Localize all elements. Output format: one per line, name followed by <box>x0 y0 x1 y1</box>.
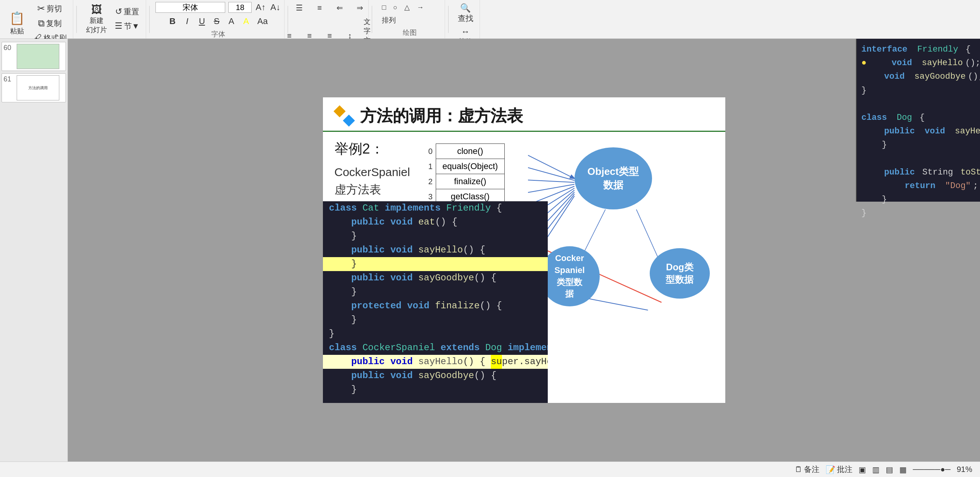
slide-content: 方法的调用：虚方法表 举例2： CockerSpaniel 虚方法表 0clon… <box>68 39 980 461</box>
right-panel: interface Friendly { ● void sayHello(); … <box>856 39 980 202</box>
rp-line-6: public void sayHello() { <box>861 124 975 138</box>
code-line-12-highlighted: public void sayHello() { super.sayHello(… <box>323 355 548 369</box>
diagram-area: Object类型 数据 CockerSpaniel类型数据 Dog类 型数据 <box>528 136 714 345</box>
code-line-4: public void sayHello() { <box>323 243 548 257</box>
shape-arrow[interactable]: → <box>414 2 427 13</box>
svg-line-1 <box>528 168 575 180</box>
object-oval: Object类型 数据 <box>575 147 652 209</box>
shape-tri[interactable]: △ <box>401 2 413 13</box>
rp-line-2: ● void sayHello(); <box>861 56 975 70</box>
copy-button[interactable]: ⧉ 复制 <box>29 16 70 30</box>
clipboard-section: 📋 粘贴 ✂ 剪切 ⧉ 复制 🖌 格式刷 剪贴板 <box>3 0 73 38</box>
rp-line-1: interface Friendly { <box>861 43 975 56</box>
slide-thumb-61[interactable]: 61 方法的调用 <box>2 73 66 102</box>
view-reader-button[interactable]: ▥ <box>872 465 880 474</box>
status-bar: 🗒 备注 📝 批注 ▣ ▥ ▤ ▦ ─────●─ 91% <box>0 461 980 477</box>
font-size-down[interactable]: A↓ <box>269 2 281 13</box>
code-line-11: class CockerSpaniel extends Dog implemen… <box>323 341 548 355</box>
find-button[interactable]: 🔍 查找 <box>455 2 476 25</box>
new-slide-button[interactable]: 🖼 新建 幻灯片 <box>83 2 110 36</box>
code-line-6: public void sayGoodbye() { <box>323 271 548 285</box>
slides-section: 🖼 新建 幻灯片 ↺重置 ☰节▼ 幻灯片 <box>80 0 146 38</box>
underline-button[interactable]: U <box>195 15 209 28</box>
list-bullet-button[interactable]: ☰ <box>290 2 309 14</box>
zoom-slider[interactable]: ─────●─ <box>913 465 951 474</box>
font-size-box[interactable]: 18 <box>228 2 252 13</box>
rp-line-blank1 <box>861 97 975 111</box>
view-normal-button[interactable]: ▣ <box>859 465 866 474</box>
zoom-label: 91% <box>957 465 972 474</box>
rp-line-3: void sayGoodbye(); <box>861 70 975 83</box>
vtable-row: 1equals(Object) <box>418 159 505 174</box>
font-name-box[interactable]: 宋体 <box>155 2 225 13</box>
slide-preview-60 <box>17 44 59 69</box>
cut-button[interactable]: ✂ 剪切 <box>29 2 70 16</box>
code-line-8: protected void finalize() { <box>323 299 548 313</box>
toolbar: 📋 粘贴 ✂ 剪切 ⧉ 复制 🖌 格式刷 剪贴板 <box>0 0 980 39</box>
rp-line-11: } <box>861 206 975 220</box>
text-shadow-button[interactable]: A <box>225 15 238 28</box>
paste-button[interactable]: 📋 粘贴 <box>6 9 28 37</box>
rp-line-10: } <box>861 193 975 206</box>
comment-button[interactable]: 🗒 备注 <box>795 464 820 475</box>
slide-header: 方法的调用：虚方法表 <box>323 97 725 132</box>
font-size-up[interactable]: A↑ <box>255 2 266 13</box>
font-color-button[interactable]: A <box>240 15 253 28</box>
list-num-button[interactable]: ≡ <box>310 2 329 14</box>
example-label: 举例2： <box>335 140 410 159</box>
rp-line-5: class Dog { <box>861 111 975 124</box>
code-line-1: class Cat implements Friendly { <box>323 201 548 215</box>
code-line-10: } <box>323 327 548 341</box>
annotation-button[interactable]: 📝 批注 <box>826 464 852 475</box>
reset-button[interactable]: ↺重置 <box>112 5 143 19</box>
svg-line-0 <box>528 155 575 178</box>
bold-button[interactable]: B <box>166 15 179 28</box>
vtable-row: 0clone() <box>418 144 505 159</box>
code-line-7: } <box>323 285 548 299</box>
divider-5 <box>448 6 449 33</box>
rp-line-9: return "Dog"; <box>861 179 975 193</box>
code-overlay: class Cat implements Friendly { public v… <box>323 201 548 403</box>
svg-line-3 <box>528 184 575 192</box>
code-line-14: } <box>323 383 548 397</box>
class-name-label: CockerSpaniel 虚方法表 <box>335 163 410 198</box>
slide-panel: 60 61 方法的调用 <box>0 39 68 461</box>
rp-line-7: } <box>861 138 975 152</box>
view-slide-button[interactable]: ▤ <box>886 465 893 474</box>
section-button[interactable]: ☰节▼ <box>112 19 143 33</box>
arrange-button[interactable]: 排列 <box>379 14 399 26</box>
slide-preview-61: 方法的调用 <box>17 75 59 100</box>
indent-inc-button[interactable]: ⇒ <box>350 2 369 14</box>
font-size-btn2[interactable]: Aa <box>254 15 271 28</box>
rp-line-4: } <box>861 84 975 97</box>
main-area: 方法的调用：虚方法表 举例2： CockerSpaniel 虚方法表 0clon… <box>68 39 980 461</box>
drawing-section: □ ○ △ → 排列 绘图 <box>375 0 445 38</box>
rp-line-blank2 <box>861 152 975 166</box>
code-line-9: } <box>323 313 548 327</box>
code-line-3: } <box>323 229 548 243</box>
slide-title: 方法的调用：虚方法表 <box>360 105 523 127</box>
divider-1 <box>76 6 77 33</box>
code-line-13: public void sayGoodbye() { <box>323 369 548 383</box>
shape-circle[interactable]: ○ <box>390 2 400 13</box>
slide: 方法的调用：虚方法表 举例2： CockerSpaniel 虚方法表 0clon… <box>323 97 726 403</box>
rp-line-8: public String toString() { <box>861 166 975 179</box>
slide-thumb-60[interactable]: 60 <box>2 42 66 71</box>
svg-line-13 <box>588 299 648 310</box>
indent-dec-button[interactable]: ⇐ <box>330 2 349 14</box>
view-grid-button[interactable]: ▦ <box>899 465 907 474</box>
divider-4 <box>372 6 372 33</box>
dog-oval: Dog类 型数据 <box>650 248 710 299</box>
logo-icon <box>335 106 354 126</box>
shape-rect[interactable]: □ <box>379 2 389 13</box>
divider-2 <box>149 6 150 33</box>
code-line-5-highlighted: } <box>323 257 548 271</box>
code-line-2: public void eat() { <box>323 215 548 229</box>
paragraph-section: ☰ ≡ ⇐ ⇒ ≡ ≡ ≡ ↕ 文字方向 段落 <box>291 0 369 38</box>
strikethrough-button[interactable]: S <box>210 15 223 28</box>
vtable-row: 2finalize() <box>418 174 505 189</box>
italic-button[interactable]: I <box>181 15 194 28</box>
find-section: 🔍 查找 ↔ 替换 <box>452 0 480 38</box>
svg-line-2 <box>528 180 575 182</box>
cocker-oval: CockerSpaniel类型数据 <box>540 246 600 306</box>
